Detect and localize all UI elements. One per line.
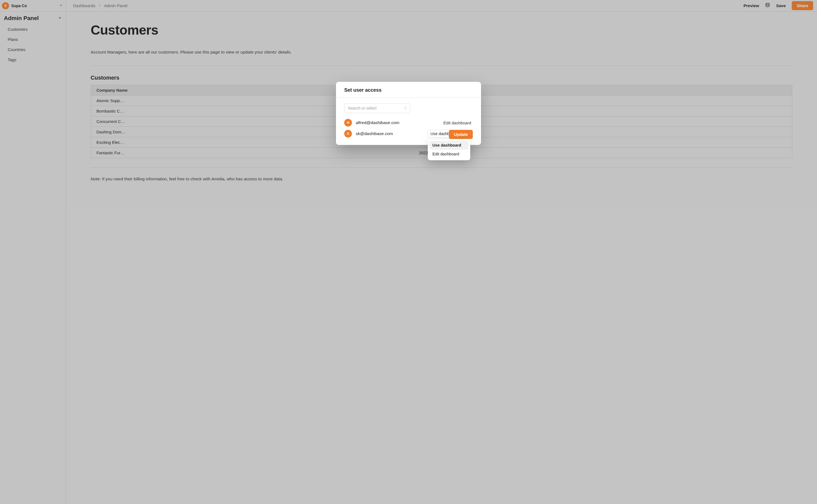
user-email: sk@dashibase.com [356,131,393,136]
user-role-label: Edit dashboard [443,121,473,125]
role-option-edit[interactable]: Edit dashboard [430,150,468,158]
modal-overlay[interactable]: Set user access Search or select H alfre… [0,0,817,504]
role-option-use[interactable]: Use dashboard [430,141,468,150]
modal-body: Search or select H alfred@dashibase.com … [336,98,481,145]
modal-title: Set user access [344,87,473,93]
role-dropdown: Use dashboard Edit dashboard [428,139,470,160]
user-search-select[interactable]: Search or select [344,103,410,113]
user-access-row: H alfred@dashibase.com Edit dashboard [344,118,473,127]
user-avatar: H [344,119,352,127]
select-chevrons-icon [404,106,407,111]
search-placeholder: Search or select [348,106,377,110]
update-button[interactable]: Update [449,130,473,139]
user-email: alfred@dashibase.com [356,120,399,125]
set-user-access-modal: Set user access Search or select H alfre… [336,82,481,145]
modal-header: Set user access [336,82,481,98]
user-avatar: A [344,130,352,138]
